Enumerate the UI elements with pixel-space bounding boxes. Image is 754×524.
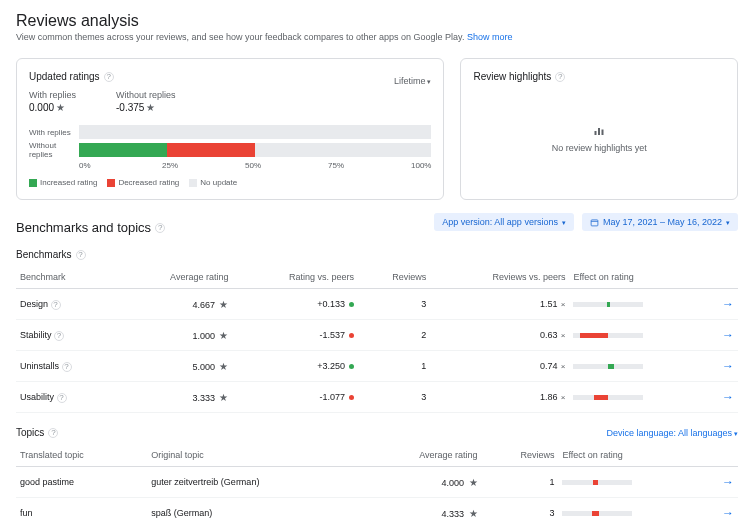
trend-dot [349,395,354,400]
topic-reviews: 1 [482,467,559,498]
language-filter[interactable]: Device language: All languages [606,428,738,438]
updated-ratings-title: Updated ratings [29,71,100,82]
bench-effect [569,320,703,351]
col-peers: Rating vs. peers [232,266,358,289]
svg-rect-0 [595,131,597,135]
chart-axis: 0% 25% 50% 75% 100% [79,161,431,170]
bench-avg: 5.000 ★ [118,351,232,382]
star-icon: ★ [219,392,228,403]
help-icon[interactable]: ? [48,428,58,438]
help-icon[interactable]: ? [54,331,64,341]
topic-original: spaß (German) [147,498,360,525]
topic-effect [558,498,701,525]
bench-reviews: 2 [358,320,430,351]
help-icon[interactable]: ? [57,393,67,403]
arrow-right-icon[interactable]: → [722,297,734,311]
with-replies-value: 0.000★ [29,102,76,113]
without-replies-value: -0.375★ [116,102,176,113]
bench-peers: -1.077 [232,382,358,413]
show-more-link[interactable]: Show more [467,32,513,42]
star-icon: ★ [469,508,478,519]
bench-name: Usability ? [16,382,118,413]
bench-peers: +0.133 [232,289,358,320]
benchmarks-table: Benchmark Average rating Rating vs. peer… [16,266,738,413]
help-icon[interactable]: ? [76,250,86,260]
topics-table: Translated topic Original topic Average … [16,444,738,524]
col-translated: Translated topic [16,444,147,467]
star-icon: ★ [56,102,65,113]
help-icon[interactable]: ? [62,362,72,372]
trend-dot [349,364,354,369]
bench-rvp: 1.86 × [430,382,569,413]
chart-legend: Increased rating Decreased rating No upd… [29,178,431,187]
topic-effect [558,467,701,498]
col-effect: Effect on rating [569,266,703,289]
help-icon[interactable]: ? [555,72,565,82]
review-highlights-card: Review highlights ? No review highlights… [460,58,738,200]
col-reviews: Reviews [358,266,430,289]
bar-label: With replies [29,128,79,137]
page-title: Reviews analysis [16,12,738,30]
bench-peers: +3.250 [232,351,358,382]
topic-translated: fun [16,498,147,525]
table-row: Usability ?3.333 ★-1.07731.86 ×→ [16,382,738,413]
trend-dot [349,302,354,307]
legend-swatch-red [107,179,115,187]
help-icon[interactable]: ? [104,72,114,82]
bar-chart-icon [593,125,605,137]
highlights-empty-text: No review highlights yet [552,143,647,153]
bench-name: Design ? [16,289,118,320]
app-version-filter[interactable]: App version: All app versions [434,213,574,231]
help-icon[interactable]: ? [155,223,165,233]
date-range-filter[interactable]: May 17, 2021 – May 16, 2022 [582,213,738,231]
col-avg: Average rating [118,266,232,289]
without-replies-label: Without replies [116,90,176,100]
bench-reviews: 3 [358,289,430,320]
bench-rvp: 0.74 × [430,351,569,382]
arrow-right-icon[interactable]: → [722,390,734,404]
review-highlights-title: Review highlights [473,71,551,82]
arrow-right-icon[interactable]: → [722,475,734,489]
with-replies-label: With replies [29,90,76,100]
legend-swatch-green [29,179,37,187]
topics-subhead: Topics [16,427,44,438]
arrow-right-icon[interactable]: → [722,328,734,342]
star-icon: ★ [219,361,228,372]
col-benchmark: Benchmark [16,266,118,289]
bench-peers: -1.537 [232,320,358,351]
arrow-right-icon[interactable]: → [722,506,734,520]
star-icon: ★ [219,299,228,310]
topic-translated: good pastime [16,467,147,498]
col-original: Original topic [147,444,360,467]
table-row: funspaß (German)4.333 ★3→ [16,498,738,525]
benchmarks-subhead: Benchmarks [16,249,72,260]
legend-swatch-grey [189,179,197,187]
benchmarks-heading: Benchmarks and topics [16,220,151,235]
updated-ratings-card: Updated ratings ? Lifetime With replies … [16,58,444,200]
col-rvp: Reviews vs. peers [430,266,569,289]
topic-reviews: 3 [482,498,559,525]
bench-avg: 4.667 ★ [118,289,232,320]
bench-effect [569,382,703,413]
topic-avg: 4.000 ★ [360,467,482,498]
timeframe-dropdown[interactable]: Lifetime [394,76,431,86]
col-rev: Reviews [482,444,559,467]
help-icon[interactable]: ? [51,300,61,310]
bench-effect [569,351,703,382]
topic-original: guter zeitvertreib (German) [147,467,360,498]
bench-rvp: 1.51 × [430,289,569,320]
bench-effect [569,289,703,320]
bench-avg: 3.333 ★ [118,382,232,413]
bench-name: Uninstalls ? [16,351,118,382]
page-subtitle: View common themes across your reviews, … [16,32,738,42]
bench-reviews: 3 [358,382,430,413]
star-icon: ★ [219,330,228,341]
svg-rect-3 [591,219,598,225]
bench-avg: 1.000 ★ [118,320,232,351]
table-row: Design ?4.667 ★+0.13331.51 ×→ [16,289,738,320]
trend-dot [349,333,354,338]
arrow-right-icon[interactable]: → [722,359,734,373]
table-row: good pastimeguter zeitvertreib (German)4… [16,467,738,498]
bench-name: Stability ? [16,320,118,351]
bar-label: Without replies [29,141,79,159]
